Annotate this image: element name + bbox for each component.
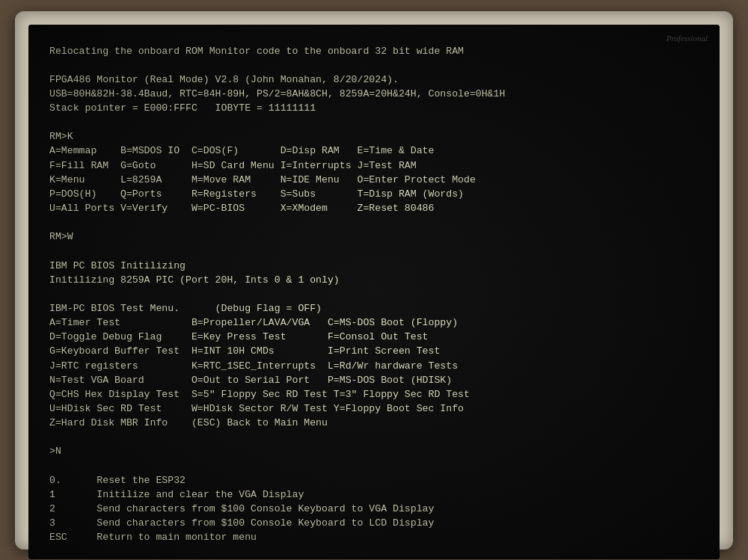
monitor: Professional Relocating the onboard ROM … bbox=[15, 11, 733, 550]
watermark: Professional bbox=[666, 34, 708, 43]
screen: Professional Relocating the onboard ROM … bbox=[31, 28, 717, 557]
screen-frame: Professional Relocating the onboard ROM … bbox=[28, 25, 720, 560]
terminal-output: Relocating the onboard ROM Monitor code … bbox=[49, 44, 699, 545]
